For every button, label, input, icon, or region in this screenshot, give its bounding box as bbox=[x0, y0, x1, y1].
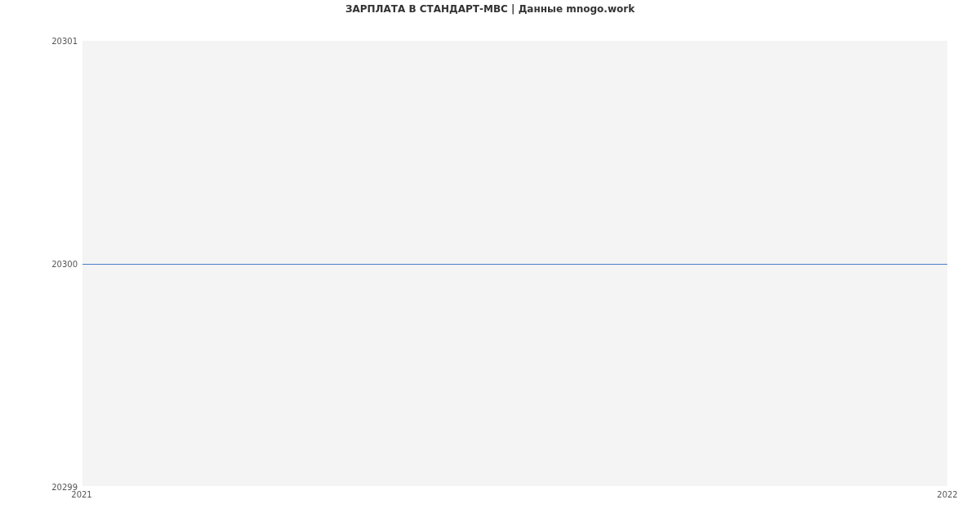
y-tick-label: 20300 bbox=[4, 260, 78, 269]
y-tick-label: 20301 bbox=[4, 37, 78, 46]
plot-area bbox=[82, 41, 947, 487]
data-line bbox=[82, 264, 947, 265]
x-tick-label: 2021 bbox=[71, 490, 91, 499]
chart-title: ЗАРПЛАТА В СТАНДАРТ-МВС | Данные mnogo.w… bbox=[0, 3, 980, 15]
x-tick-label: 2022 bbox=[937, 490, 957, 499]
chart-container: ЗАРПЛАТА В СТАНДАРТ-МВС | Данные mnogo.w… bbox=[0, 0, 980, 531]
y-tick-label: 20299 bbox=[4, 483, 78, 492]
